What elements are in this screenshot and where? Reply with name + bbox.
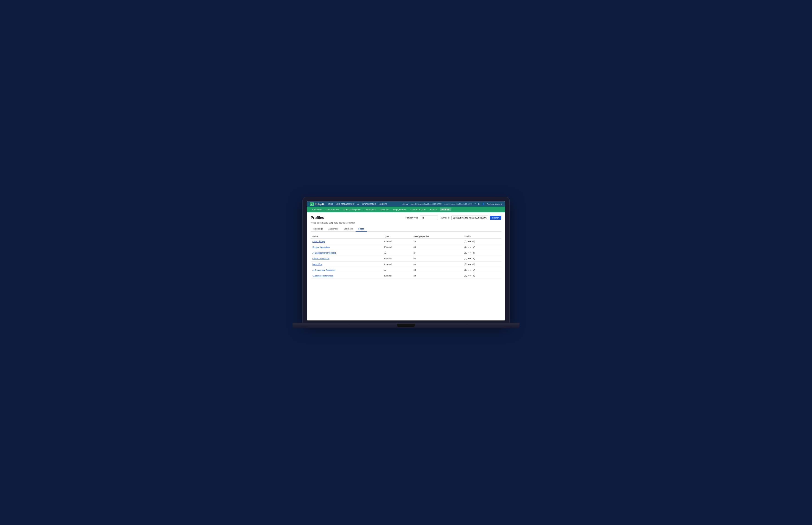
settings-icon[interactable] [472,268,475,272]
subnav-profiles[interactable]: Profiles [440,208,451,211]
svg-rect-35 [470,275,471,276]
journey-icon[interactable] [468,263,471,266]
svg-point-6 [474,241,474,242]
subnav-exports[interactable]: Exports [428,208,439,211]
settings-icon[interactable] [472,274,475,278]
laptop-wrapper: R Relay42 Tags Data Management AI Orches… [303,197,509,328]
subnav-variables[interactable]: Variables [378,208,391,211]
row-used-in [462,256,502,261]
laptop-notch [397,324,415,327]
journey-icon[interactable] [468,257,471,260]
settings-icon[interactable] [472,263,475,266]
row-used-in [462,261,502,267]
journey-icon[interactable] [468,251,471,254]
audience-icon[interactable] [464,245,467,249]
svg-point-28 [465,269,466,270]
row-name-link[interactable]: AI Conversion Prediction [313,269,335,271]
settings-icon[interactable]: ⚙ [478,203,480,205]
subnav-connectors[interactable]: Connectors [363,208,378,211]
svg-rect-25 [470,264,471,265]
subnav-data-partners[interactable]: Data Partners [324,208,341,211]
nav-ai[interactable]: AI [357,202,359,206]
row-type: External [382,256,411,261]
journey-icon[interactable] [468,240,471,243]
svg-point-31 [474,270,474,271]
tab-facts[interactable]: Facts [356,226,367,231]
table-row: CRM ChangeExternal2/4 [310,239,502,244]
table-row: backOfficeExternal0/0 [310,261,502,267]
svg-rect-29 [468,270,469,270]
svg-point-22 [465,263,466,264]
logo-icon: R [310,202,314,206]
user-icon: 👤 [482,203,484,205]
svg-rect-30 [470,270,471,270]
content-area: Profiles Partner Type Partner Id Search … [307,212,505,282]
svg-point-17 [465,257,466,258]
profile-id: Profile Id: 02d618b3-1841-49a6-b23f-b371… [310,222,502,224]
subnav-audiences[interactable]: Audiences [310,208,323,211]
nav-content[interactable]: Content [378,202,387,206]
journey-icon[interactable] [468,245,471,249]
laptop-bezel: R Relay42 Tags Data Management AI Orches… [303,197,509,323]
logo: R Relay42 [310,202,324,206]
subnav-customer-facts[interactable]: Customer Facts [409,208,428,211]
svg-point-21 [474,258,474,259]
row-name-link[interactable]: CRM Change [313,240,325,243]
table-row: AI Engagement PredictionAI2/4 [310,250,502,256]
subnav-engagements[interactable]: Engagements [391,208,408,211]
settings-icon[interactable] [472,245,475,249]
nav-tags[interactable]: Tags [328,202,333,206]
tabs-container: Mappings Audiences Journeys Facts [310,226,502,231]
svg-point-18 [465,257,466,258]
subnav-data-marketplace[interactable]: Data Marketplace [342,208,362,211]
row-used-in [462,244,502,250]
svg-point-36 [474,275,474,276]
tab-audiences[interactable]: Audiences [325,226,341,231]
row-used-properties: 0/0 [412,261,462,267]
row-name-link[interactable]: backOffice [313,263,322,266]
table-row: Customer PreferencesExternal2/5 [310,273,502,279]
journey-icon[interactable] [468,274,471,278]
row-type: External [382,273,411,279]
row-used-properties: 0/3 [412,267,462,273]
journey-icon[interactable] [468,268,471,272]
row-name-link[interactable]: Offline Conversion [313,257,330,260]
audience-icon[interactable] [464,274,467,278]
svg-point-23 [465,263,466,264]
question-icon[interactable]: ? [475,203,476,205]
top-navigation: R Relay42 Tags Data Management AI Orches… [307,201,505,207]
col-type: Type [382,234,411,239]
svg-point-16 [474,252,474,253]
row-name-link[interactable]: Beacon Interaction [313,246,330,248]
svg-rect-15 [470,252,471,253]
svg-rect-20 [470,258,471,259]
svg-point-12 [465,252,466,253]
settings-icon[interactable] [472,251,475,254]
page-header: Profiles Partner Type Partner Id Search [310,215,502,220]
tab-journeys[interactable]: Journeys [342,226,356,231]
partner-type-label: Partner Type [406,216,418,219]
audience-icon[interactable] [464,251,467,254]
settings-icon[interactable] [472,257,475,260]
svg-point-7 [465,246,466,247]
row-used-in [462,239,502,244]
row-name-link[interactable]: AI Engagement Prediction [313,252,336,254]
tab-mappings[interactable]: Mappings [310,226,325,231]
admin-label: Admin [403,203,408,205]
col-used-properties: Used properties [412,234,462,239]
row-used-properties: 2/5 [412,273,462,279]
svg-text:R: R [310,204,312,205]
used-in-icons [464,240,499,243]
audience-icon[interactable] [464,240,467,243]
search-button[interactable]: Search [490,216,502,220]
partner-type-input[interactable] [420,215,438,220]
nav-orchestration[interactable]: Orchestration [362,202,376,206]
settings-icon[interactable] [472,240,475,243]
nav-data-management[interactable]: Data Management [336,202,354,206]
audience-icon[interactable] [464,263,467,266]
audience-icon[interactable] [464,257,467,260]
used-in-icons [464,251,499,254]
partner-id-input[interactable] [451,215,488,220]
audience-icon[interactable] [464,268,467,272]
row-name-link[interactable]: Customer Preferences [313,275,333,277]
